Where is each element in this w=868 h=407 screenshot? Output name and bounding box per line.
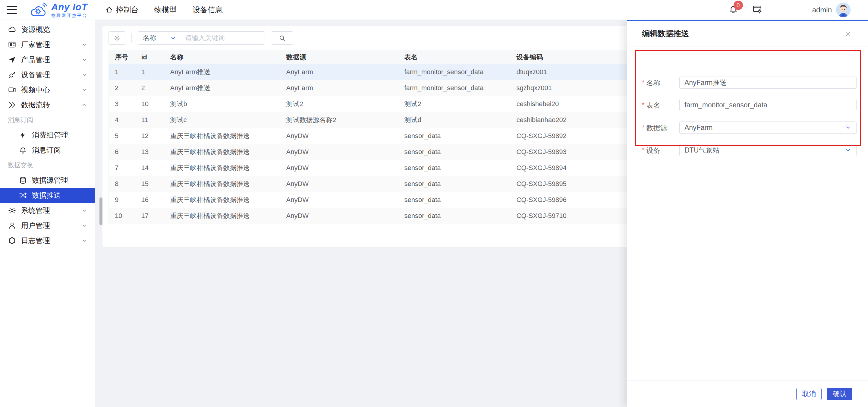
search-input[interactable] [180, 32, 265, 44]
user-icon [8, 221, 16, 230]
column-settings-button[interactable] [108, 31, 125, 44]
sidebar-item-log-management[interactable]: 日志管理 [0, 233, 95, 248]
avatar [836, 3, 850, 17]
table-cell: sensor_data [398, 192, 510, 208]
form-row-table-name: *表名 [627, 99, 868, 111]
drawer-close-button[interactable] [843, 29, 853, 39]
username: admin [812, 6, 832, 14]
chevron-down-icon [81, 71, 88, 78]
datasource-select[interactable]: AnyFarm [679, 122, 857, 133]
sidebar-item-message-subscribe[interactable]: 消息订阅 [0, 143, 95, 158]
hamburger-menu-icon[interactable] [7, 6, 17, 14]
table-cell: 1 [109, 64, 135, 80]
column-header: 数据源 [280, 50, 398, 64]
drawer-title: 编辑数据推送 [642, 28, 689, 39]
sidebar-item-user-management[interactable]: 用户管理 [0, 218, 95, 233]
table-cell: 5 [109, 128, 135, 144]
dataflow-icon [8, 101, 16, 109]
sidebar-item-label: 数据推送 [32, 191, 88, 200]
sidebar-group-label-group-message-subscribe: 消息订阅 [0, 113, 95, 128]
table-cell: farm_monitor_sensor_data [398, 80, 510, 96]
table-cell: 测试2 [398, 96, 510, 112]
datasource-select-value: AnyFarm [684, 124, 712, 132]
chevron-down-icon [81, 207, 88, 214]
table-name-input[interactable] [679, 99, 857, 111]
notification-badge: 0 [734, 1, 743, 10]
nav-item-label: 设备信息 [193, 5, 223, 15]
table-cell: 4 [109, 112, 135, 128]
notifications-button[interactable]: 0 [728, 4, 738, 15]
table-cell: 6 [109, 144, 135, 160]
home-icon [105, 6, 113, 14]
nav-item-device-info[interactable]: 设备信息 [193, 5, 223, 15]
sidebar-item-data-flow[interactable]: 数据流转 [0, 97, 95, 113]
cloud-icon [8, 25, 16, 34]
table-cell: 重庆三峡柑橘设备数据推送 [164, 128, 280, 144]
sidebar-item-consumer-group-management[interactable]: 消费组管理 [0, 128, 95, 143]
chevron-up-icon [81, 102, 88, 108]
table-cell: sensor_data [398, 128, 510, 144]
chevron-down-icon [81, 56, 88, 63]
sidebar-scrollbar-thumb[interactable] [99, 197, 102, 225]
database-icon [19, 176, 27, 185]
filter-field-select[interactable]: 名称 [138, 32, 180, 44]
close-icon [844, 30, 852, 38]
sidebar-item-datasource-management[interactable]: 数据源管理 [0, 173, 95, 188]
table-cell: sensor_data [398, 144, 510, 160]
chevron-down-icon [845, 147, 851, 153]
table-cell: 17 [135, 208, 164, 224]
table-cell: 15 [135, 176, 164, 192]
bell-icon [19, 146, 27, 154]
logo-subtitle: 物联网开放平台 [51, 13, 88, 18]
table-cell: farm_monitor_sensor_data [398, 64, 510, 80]
table-cell: sensor_data [398, 208, 510, 224]
sidebar-item-system-management[interactable]: 系统管理 [0, 203, 95, 218]
table-cell: 测试d [398, 112, 510, 128]
gear-icon [8, 206, 16, 215]
column-header: 表名 [398, 50, 510, 64]
table-cell: 重庆三峡柑橘设备数据推送 [164, 192, 280, 208]
console-panel-button[interactable] [752, 4, 762, 15]
form-row-device: *设备DTU气象站 [627, 144, 868, 156]
nav-item-thing-model[interactable]: 物模型 [154, 5, 177, 15]
top-nav: 控制台物模型设备信息 [105, 5, 223, 15]
name-input[interactable] [679, 76, 857, 89]
table-cell: 测试b [164, 96, 280, 112]
search-button[interactable] [271, 31, 293, 44]
nav-item-label: 控制台 [116, 5, 138, 15]
panel-gear-icon [752, 4, 762, 14]
sidebar-item-vendor-management[interactable]: 厂家管理 [0, 37, 95, 52]
table-cell: 3 [109, 96, 135, 112]
shuffle-icon [19, 191, 27, 199]
confirm-button[interactable]: 确认 [827, 388, 852, 400]
user-menu[interactable]: admin [812, 3, 850, 17]
sidebar-item-label: 资源概览 [21, 25, 88, 34]
table-cell: 2 [109, 80, 135, 96]
device-select[interactable]: DTU气象站 [679, 144, 857, 156]
table-cell: 测试c [164, 112, 280, 128]
nav-item-console[interactable]: 控制台 [105, 5, 138, 15]
table-cell: AnyDW [280, 160, 398, 176]
video-icon [8, 86, 16, 94]
chevron-down-icon [81, 222, 88, 229]
sidebar-item-label: 消费组管理 [32, 130, 88, 140]
sidebar-group-label-group-data-exchange: 数据交换 [0, 158, 95, 173]
column-header: id [135, 50, 164, 64]
sidebar: 资源概览厂家管理产品管理设备管理视频中心数据流转消息订阅消费组管理消息订阅数据交… [0, 20, 95, 407]
sidebar-item-resource-overview[interactable]: 资源概览 [0, 22, 95, 37]
sidebar-item-device-management[interactable]: 设备管理 [0, 67, 95, 82]
cancel-button[interactable]: 取消 [796, 388, 822, 400]
logo-title: Any IoT [51, 2, 88, 12]
required-asterisk: * [642, 124, 645, 131]
table-cell: AnyDW [280, 144, 398, 160]
table-cell: 2 [135, 80, 164, 96]
sidebar-item-data-push[interactable]: 数据推送 [0, 188, 95, 203]
edit-data-push-drawer: 编辑数据推送 *名称*表名*数据源AnyFarm*设备DTU气象站 取消 确认 [627, 20, 868, 407]
datasource-label: *数据源 [642, 122, 667, 134]
sidebar-item-video-center[interactable]: 视频中心 [0, 82, 95, 97]
table-cell: AnyDW [280, 128, 398, 144]
table-cell: 重庆三峡柑橘设备数据推送 [164, 176, 280, 192]
search-group: 名称 [138, 31, 265, 44]
table-cell: 1 [135, 64, 164, 80]
sidebar-item-product-management[interactable]: 产品管理 [0, 52, 95, 67]
